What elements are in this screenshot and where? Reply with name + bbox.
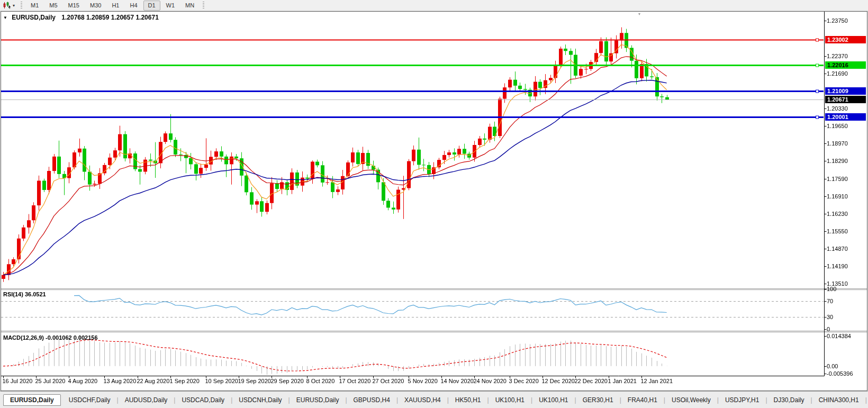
price-tick-label: 1.14190: [827, 263, 848, 269]
symbol-tab-2[interactable]: AUDUSD,Daily: [119, 395, 174, 405]
timeframe-toolbar: M1M5M15M30H1H4D1W1MN: [25, 0, 200, 11]
chart-type-icon: [3, 2, 11, 9]
timeframe-button-d1[interactable]: D1: [143, 1, 160, 11]
symbol-tab-4[interactable]: USDCNH,Daily: [232, 395, 288, 405]
price-tick-label: 1.14870: [827, 246, 848, 252]
symbol-tab-15[interactable]: DJ30,Daily: [767, 395, 811, 405]
price-tick-label: 1.20330: [827, 105, 848, 112]
toolbar: ▾ M1M5M15M30H1H4D1W1MN: [0, 0, 868, 11]
rsi-tick-label: 100: [827, 286, 836, 292]
price-tick-label: 1.16910: [827, 193, 848, 200]
date-tick-label: 16 Jul 2020: [3, 378, 33, 384]
rsi-tick-label: 70: [827, 298, 833, 304]
collapse-indicator-icon[interactable]: ▼: [3, 15, 7, 20]
price-tick-label: 1.16230: [827, 211, 848, 217]
symbol-tab-3[interactable]: USDCAD,Daily: [175, 395, 231, 405]
price-tick-label: 1.15550: [827, 228, 848, 234]
toolbar-grip-2[interactable]: [203, 2, 204, 9]
current-price-tag: 1.20671: [825, 96, 866, 103]
chart-title: ▼ EURUSD,Daily 1.20768 1.20859 1.20657 1…: [3, 14, 159, 21]
date-tick-label: 22 Aug 2020: [137, 378, 170, 384]
date-tick-label: 27 Oct 2020: [373, 378, 404, 384]
timeframe-button-m5[interactable]: M5: [44, 1, 62, 11]
toolbar-grip[interactable]: [21, 2, 22, 9]
timeframe-button-h4[interactable]: H4: [125, 1, 142, 11]
timeframe-button-mn[interactable]: MN: [180, 1, 199, 11]
price-tick-label: 1.17590: [827, 176, 848, 182]
symbol-tab-1[interactable]: USDCHF,Daily: [62, 395, 117, 405]
symbol-tab-16[interactable]: CHINA300,H1: [812, 395, 865, 405]
symbol-tab-10[interactable]: UK100,H1: [532, 395, 574, 405]
date-tick-label: 12 Dec 2020: [542, 378, 575, 384]
date-tick-label: 12 Jan 2021: [641, 378, 673, 384]
hline-price-tag: 1.23002: [825, 36, 866, 43]
chart-symbol-label: EURUSD,Daily: [12, 14, 56, 21]
rsi-tick-label: 30: [827, 314, 833, 320]
chart-type-tool[interactable]: ▾: [0, 1, 17, 10]
price-tick-label: 1.22370: [827, 53, 848, 59]
date-tick-label: 1 Jan 2021: [608, 378, 637, 384]
rsi-tick-label: 0: [827, 326, 830, 332]
price-tick-label: 1.21690: [827, 70, 848, 77]
price-tick-label: 1.18290: [827, 158, 848, 164]
rsi-indicator-label: RSI(14) 36.0521: [3, 291, 46, 297]
date-tick-label: 3 Dec 2020: [509, 378, 539, 384]
timeframe-button-w1[interactable]: W1: [161, 1, 180, 11]
timeframe-button-m15[interactable]: M15: [64, 1, 84, 11]
price-tick-label: 1.23750: [827, 17, 848, 24]
symbol-tab-7[interactable]: XAUUSD,H4: [398, 395, 447, 405]
price-tick-label: 1.18970: [827, 140, 848, 147]
price-tick-label: 1.19650: [827, 123, 848, 129]
symbol-tab-14[interactable]: USDJPY,H1: [719, 395, 765, 405]
timeframe-button-m30[interactable]: M30: [85, 1, 106, 11]
symbol-tabbar: EURUSD,Daily|USDCHF,Daily|AUDUSD,Daily|U…: [0, 391, 868, 408]
date-tick-label: 5 Nov 2020: [408, 378, 438, 384]
macd-indicator-label: MACD(12,26,9) -0.001062 0.002156: [3, 334, 98, 341]
shift-marker-icon: ▾: [638, 12, 640, 16]
date-tick-label: 13 Aug 2020: [104, 378, 137, 384]
date-tick-label: 24 Nov 2020: [474, 378, 507, 384]
hline-price-tag: 1.20001: [825, 113, 866, 121]
date-tick-label: 14 Nov 2020: [441, 378, 474, 384]
date-tick-label: 19 Sep 2020: [238, 378, 271, 384]
date-tick-label: 29 Sep 2020: [271, 378, 304, 384]
date-tick-label: 22 Dec 2020: [575, 378, 608, 384]
timeframe-button-m1[interactable]: M1: [26, 1, 43, 11]
symbol-tab-11[interactable]: GER30,H1: [576, 395, 620, 405]
symbol-tab-5[interactable]: EURUSD,Daily: [290, 395, 346, 405]
symbol-tab-12[interactable]: FRA40,H1: [621, 395, 664, 405]
macd-tick-label: 0.00: [827, 363, 838, 369]
hline-price-tag: 1.22016: [825, 61, 866, 69]
chart-area[interactable]: [0, 0, 868, 408]
chart-ohlc-values: 1.20768 1.20859 1.20657 1.20671: [61, 14, 159, 21]
symbol-tab-8[interactable]: HK50,H1: [449, 395, 487, 405]
macd-tick-label: -0.005396: [827, 370, 853, 377]
hline-price-tag: 1.21009: [825, 87, 866, 95]
date-tick-label: 4 Aug 2020: [68, 378, 98, 384]
symbol-tab-13[interactable]: USOil,Weekly: [665, 395, 717, 405]
dropdown-caret-icon: ▾: [13, 3, 15, 8]
date-tick-label: 10 Sep 2020: [205, 378, 238, 384]
timeframe-button-h1[interactable]: H1: [107, 1, 124, 11]
date-tick-label: 25 Jul 2020: [35, 378, 66, 384]
macd-tick-label: 0.014384: [827, 333, 851, 339]
date-tick-label: 1 Sep 2020: [170, 378, 200, 384]
symbol-tab-0[interactable]: EURUSD,Daily: [3, 394, 61, 406]
symbol-tab-6[interactable]: GBPUSD,H4: [347, 395, 396, 405]
date-tick-label: 8 Oct 2020: [306, 378, 335, 384]
date-tick-label: 17 Oct 2020: [339, 378, 371, 384]
symbol-tab-9[interactable]: UK100,H1: [489, 395, 531, 405]
